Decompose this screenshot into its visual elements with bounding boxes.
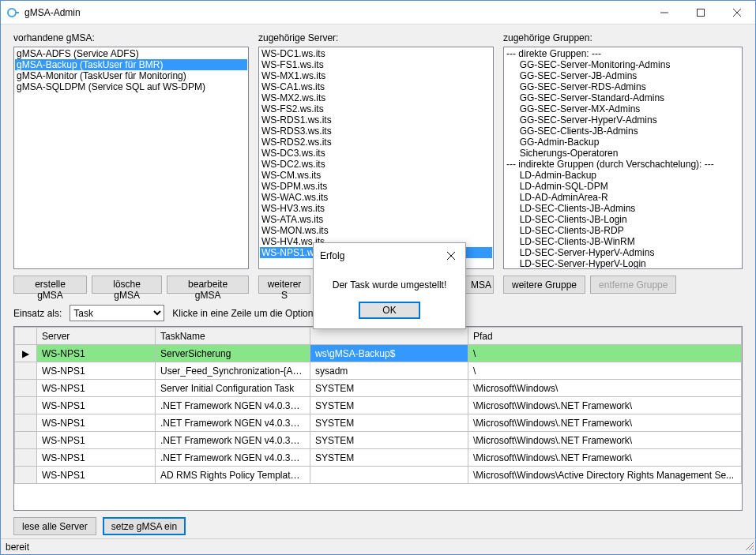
table-cell[interactable] — [310, 467, 468, 484]
minimize-button[interactable] — [646, 1, 683, 24]
table-cell[interactable] — [15, 467, 37, 484]
table-cell[interactable]: WS-NPS1 — [37, 432, 156, 449]
servers-listbox[interactable]: WS-DC1.ws.itsWS-FS1.ws.itsWS-MX1.ws.itsW… — [258, 47, 494, 269]
gmsa-listbox[interactable]: gMSA-ADFS (Service ADFS)gMSA-Backup (Tas… — [13, 47, 249, 269]
group-item[interactable]: LD-Admin-SQL-DPM — [505, 181, 741, 192]
server-item[interactable]: WS-MON.ws.its — [260, 225, 492, 236]
edit-gmsa-button[interactable]: bearbeite gMSA — [167, 276, 249, 294]
table-row[interactable]: WS-NPS1.NET Framework NGEN v4.0.30319 6.… — [15, 432, 742, 449]
gmsa-item[interactable]: gMSA-Monitor (TaskUser für Monitoring) — [15, 70, 247, 81]
server-item[interactable]: WS-MX2.ws.its — [260, 92, 492, 103]
server-item[interactable]: WS-RDS2.ws.its — [260, 137, 492, 148]
table-row[interactable]: WS-NPS1User_Feed_Synchronization-{A6AB57… — [15, 362, 742, 380]
gmsa-item[interactable]: gMSA-Backup (TaskUser für BMR) — [15, 59, 247, 70]
group-item[interactable]: --- direkte Gruppen: --- — [505, 48, 741, 59]
table-cell[interactable] — [15, 397, 37, 414]
delete-gmsa-button[interactable]: lösche gMSA — [92, 276, 162, 294]
close-button[interactable] — [719, 1, 755, 24]
table-cell[interactable] — [15, 432, 37, 449]
table-cell[interactable]: .NET Framework NGEN v4.0.30319 64 — [156, 414, 310, 432]
group-item[interactable]: GG-SEC-Server-MX-Admins — [505, 103, 741, 114]
table-cell[interactable]: SYSTEM — [310, 397, 468, 414]
einsatz-combo[interactable]: Task — [70, 305, 164, 321]
table-cell[interactable]: .NET Framework NGEN v4.0.30319 — [156, 397, 310, 414]
server-item[interactable]: WS-DC1.ws.its — [260, 48, 492, 59]
group-item[interactable]: LD-SEC-Clients-JB-RDP — [505, 225, 741, 236]
table-row[interactable]: WS-NPS1AD RMS Rights Policy Template Man… — [15, 467, 742, 484]
server-item[interactable]: WS-DC2.ws.its — [260, 159, 492, 170]
task-grid[interactable]: ServerTaskNamePfad ▶WS-NPS1ServerSicheru… — [13, 326, 743, 511]
server-item[interactable]: WS-ATA.ws.its — [260, 214, 492, 225]
table-cell[interactable]: .NET Framework NGEN v4.0.30319 C... — [156, 449, 310, 467]
server-item[interactable]: WS-CM.ws.its — [260, 170, 492, 181]
server-item[interactable]: WS-MX1.ws.its — [260, 70, 492, 81]
server-item[interactable]: WS-DPM.ws.its — [260, 181, 492, 192]
group-item[interactable]: --- indirekte Gruppen (durch Verschachte… — [505, 159, 741, 170]
table-cell[interactable]: WS-NPS1 — [37, 362, 156, 380]
table-cell[interactable]: SYSTEM — [310, 449, 468, 467]
table-cell[interactable]: \Microsoft\Windows\.NET Framework\ — [468, 432, 742, 449]
table-cell[interactable]: WS-NPS1 — [37, 380, 156, 397]
more-server-button[interactable]: weiterer S — [258, 276, 310, 294]
server-item[interactable]: WS-WAC.ws.its — [260, 192, 492, 203]
group-item[interactable]: LD-SEC-Clients-JB-Admins — [505, 203, 741, 214]
table-cell[interactable]: \ — [468, 362, 742, 380]
table-row[interactable]: WS-NPS1.NET Framework NGEN v4.0.30319 C.… — [15, 449, 742, 467]
table-row[interactable]: WS-NPS1.NET Framework NGEN v4.0.30319SYS… — [15, 397, 742, 414]
table-cell[interactable]: WS-NPS1 — [37, 397, 156, 414]
table-cell[interactable]: \Microsoft\Windows\.NET Framework\ — [468, 414, 742, 432]
column-header[interactable]: TaskName — [156, 328, 310, 345]
column-header[interactable]: Server — [37, 328, 156, 345]
gmsa-item[interactable]: gMSA-ADFS (Service ADFS) — [15, 48, 247, 59]
table-cell[interactable]: \ — [468, 345, 742, 362]
server-item[interactable]: WS-CA1.ws.its — [260, 81, 492, 92]
group-item[interactable]: LD-SEC-Server-HyperV-Login — [505, 258, 741, 269]
group-item[interactable]: Sicherungs-Operatoren — [505, 148, 741, 159]
table-cell[interactable]: WS-NPS1 — [37, 449, 156, 467]
table-cell[interactable]: User_Feed_Synchronization-{A6AB57... — [156, 362, 310, 380]
remove-group-button[interactable]: entferne Gruppe — [590, 276, 676, 294]
group-item[interactable]: LD-SEC-Clients-JB-WinRM — [505, 236, 741, 247]
group-item[interactable]: LD-SEC-Server-HyperV-Admins — [505, 247, 741, 258]
group-item[interactable]: GG-SEC-Clients-JB-Admins — [505, 126, 741, 137]
group-item[interactable]: GG-SEC-Server-RDS-Admins — [505, 81, 741, 92]
table-cell[interactable]: ▶ — [15, 345, 37, 362]
maximize-button[interactable] — [683, 1, 719, 24]
group-item[interactable]: LD-Admin-Backup — [505, 170, 741, 181]
dialog-ok-button[interactable]: OK — [359, 302, 420, 319]
table-cell[interactable]: SYSTEM — [310, 414, 468, 432]
table-cell[interactable] — [15, 380, 37, 397]
table-cell[interactable]: \Microsoft\Windows\ — [468, 380, 742, 397]
group-item[interactable]: GG-SEC-Server-Standard-Admins — [505, 92, 741, 103]
server-item[interactable]: WS-RDS3.ws.its — [260, 126, 492, 137]
table-cell[interactable]: AD RMS Rights Policy Template Mana... — [156, 467, 310, 484]
group-item[interactable]: GG-Admin-Backup — [505, 137, 741, 148]
table-cell[interactable]: WS-NPS1 — [37, 414, 156, 432]
set-gmsa-button[interactable]: setze gMSA ein — [103, 517, 186, 535]
server-item[interactable]: WS-RDS1.ws.its — [260, 114, 492, 126]
group-item[interactable]: GG-SEC-Server-JB-Admins — [505, 70, 741, 81]
table-row[interactable]: ▶WS-NPS1ServerSicherungws\gMSA-Backup$\ — [15, 345, 742, 362]
column-header[interactable]: Pfad — [468, 328, 742, 345]
more-group-button[interactable]: weitere Gruppe — [503, 276, 585, 294]
table-cell[interactable]: \Microsoft\Windows\.NET Framework\ — [468, 397, 742, 414]
dialog-close-button[interactable] — [443, 248, 459, 264]
groups-listbox[interactable]: --- direkte Gruppen: --- GG-SEC-Server-M… — [503, 47, 743, 269]
table-cell[interactable]: Server Initial Configuration Task — [156, 380, 310, 397]
table-cell[interactable]: .NET Framework NGEN v4.0.30319 6... — [156, 432, 310, 449]
table-cell[interactable]: \Microsoft\Windows\Active Directory Righ… — [468, 467, 742, 484]
server-item[interactable]: WS-HV3.ws.its — [260, 203, 492, 214]
create-gmsa-button[interactable]: erstelle gMSA — [13, 276, 87, 294]
server-item[interactable]: WS-FS1.ws.its — [260, 59, 492, 70]
resize-grip-icon[interactable] — [744, 541, 754, 553]
server-item[interactable]: WS-FS2.ws.its — [260, 103, 492, 114]
gmsa-item[interactable]: gMSA-SQLDPM (Service SQL auf WS-DPM) — [15, 81, 247, 92]
table-cell[interactable]: \Microsoft\Windows\.NET Framework\ — [468, 449, 742, 467]
table-cell[interactable]: WS-NPS1 — [37, 467, 156, 484]
server-item[interactable]: WS-DC3.ws.its — [260, 148, 492, 159]
table-row[interactable]: WS-NPS1.NET Framework NGEN v4.0.30319 64… — [15, 414, 742, 432]
group-item[interactable]: GG-SEC-Server-Monitoring-Admins — [505, 59, 741, 70]
group-item[interactable]: LD-AD-AdminArea-R — [505, 192, 741, 203]
read-all-servers-button[interactable]: lese alle Server — [13, 517, 96, 535]
table-cell[interactable]: ws\gMSA-Backup$ — [310, 345, 468, 362]
